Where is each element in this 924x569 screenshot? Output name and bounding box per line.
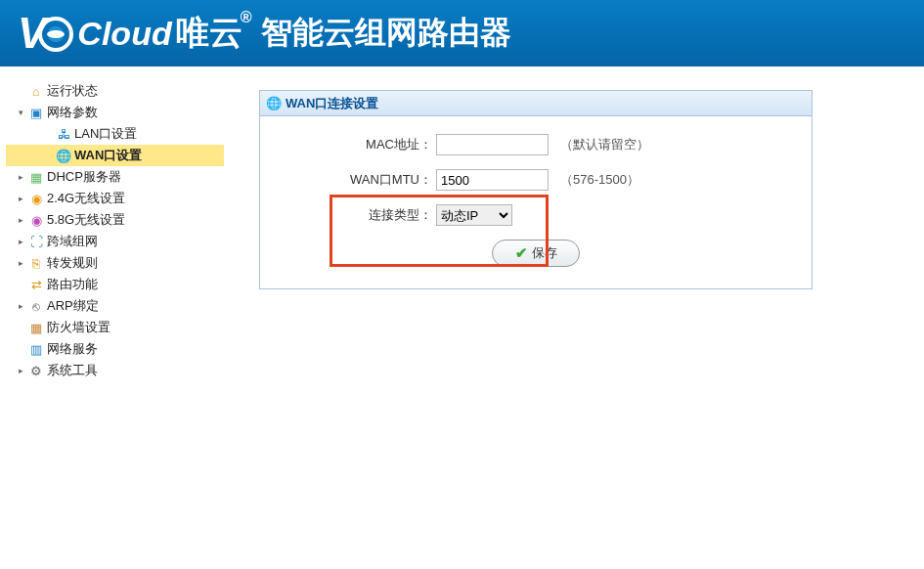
panel-title: WAN口连接设置 <box>286 95 378 112</box>
check-icon: ✔ <box>515 244 528 262</box>
cross-icon: ⛶ <box>28 234 44 249</box>
sidebar-item-label: 5.8G无线设置 <box>47 211 125 229</box>
sidebar-item-label: 运行状态 <box>47 82 98 100</box>
sidebar-item-label: 网络参数 <box>47 104 98 121</box>
sidebar-item-forward[interactable]: ▸⎘转发规则 <box>6 252 224 274</box>
sidebar-item-firewall[interactable]: ▦防火墙设置 <box>6 317 224 338</box>
tree-toggle-icon[interactable]: ▸ <box>16 237 26 247</box>
sidebar: ⌂运行状态▾▣网络参数🖧LAN口设置🌐WAN口设置▸▦DHCP服务器▸◉2.4G… <box>0 66 230 569</box>
tree-toggle-icon <box>16 280 26 290</box>
sidebar-item-label: LAN口设置 <box>74 125 137 143</box>
sidebar-item-wifi58[interactable]: ▸◉5.8G无线设置 <box>6 209 224 231</box>
logo-tagline: 智能云组网路由器 <box>261 12 511 55</box>
sidebar-item-arp[interactable]: ▸⎋ARP绑定 <box>6 295 224 317</box>
tree-toggle-icon[interactable]: ▸ <box>16 215 26 226</box>
mac-hint: （默认请留空） <box>560 136 649 153</box>
mtu-label: WAN口MTU： <box>289 171 436 189</box>
registered-mark: ® <box>241 9 252 26</box>
sidebar-item-wifi24[interactable]: ▸◉2.4G无线设置 <box>6 188 224 209</box>
button-row: ✔ 保存 <box>289 240 782 267</box>
tree-toggle-icon <box>43 129 54 140</box>
logo: V Cloud 唯云 ® 智能云组网路由器 <box>18 9 511 58</box>
sidebar-item-label: 网络服务 <box>47 340 98 358</box>
sidebar-item-status[interactable]: ⌂运行状态 <box>6 80 224 102</box>
sidebar-item-label: 系统工具 <box>47 362 98 379</box>
logo-text-cloud: Cloud <box>77 15 171 53</box>
lan-icon: 🖧 <box>56 126 71 142</box>
logo-globe-icon <box>38 17 73 52</box>
panel-header: 🌐 WAN口连接设置 <box>260 91 812 116</box>
wan-settings-panel: 🌐 WAN口连接设置 MAC地址： （默认请留空） WAN口MTU： （576-… <box>259 90 813 289</box>
sidebar-item-label: 跨域组网 <box>47 233 98 250</box>
sidebar-item-wan[interactable]: 🌐WAN口设置 <box>6 145 224 166</box>
fw-icon: ▦ <box>28 320 44 335</box>
tree-toggle-icon[interactable]: ▸ <box>16 194 26 204</box>
tree-toggle-icon[interactable]: ▸ <box>16 301 26 312</box>
sys-icon: ⚙ <box>28 363 44 378</box>
tree-toggle-icon <box>16 86 26 97</box>
mtu-row: WAN口MTU： （576-1500） <box>289 169 782 191</box>
sidebar-item-lan[interactable]: 🖧LAN口设置 <box>6 123 224 145</box>
save-button-label: 保存 <box>532 244 557 262</box>
wifi2-icon: ◉ <box>28 212 44 228</box>
sidebar-item-crossnet[interactable]: ▸⛶跨域组网 <box>6 231 224 252</box>
mac-row: MAC地址： （默认请留空） <box>289 134 782 155</box>
logo-text-cn: 唯云 <box>176 11 242 56</box>
app-header: V Cloud 唯云 ® 智能云组网路由器 <box>0 0 924 66</box>
conn-type-select[interactable]: 动态IP <box>436 204 512 226</box>
net-icon: ▣ <box>28 105 44 120</box>
mtu-input[interactable] <box>436 169 549 191</box>
sidebar-item-dhcp[interactable]: ▸▦DHCP服务器 <box>6 166 224 188</box>
tree-toggle-icon[interactable]: ▸ <box>16 366 26 376</box>
conn-type-label: 连接类型： <box>289 206 436 224</box>
sidebar-item-label: 防火墙设置 <box>47 319 110 336</box>
tree-toggle-icon[interactable]: ▾ <box>16 108 26 118</box>
tree-toggle-icon <box>16 344 26 355</box>
save-button[interactable]: ✔ 保存 <box>492 240 580 267</box>
sidebar-item-label: 路由功能 <box>47 276 98 293</box>
fwd-icon: ⎘ <box>28 255 44 271</box>
globe-icon: 🌐 <box>266 96 282 111</box>
sidebar-item-netsvc[interactable]: ▥网络服务 <box>6 338 224 360</box>
panel-body: MAC地址： （默认请留空） WAN口MTU： （576-1500） 连接类型：… <box>260 116 812 288</box>
wan-icon: 🌐 <box>56 148 71 163</box>
route-icon: ⇄ <box>28 277 44 292</box>
sidebar-item-label: 2.4G无线设置 <box>47 190 125 207</box>
mtu-hint: （576-1500） <box>560 171 639 189</box>
sidebar-item-systool[interactable]: ▸⚙系统工具 <box>6 360 224 381</box>
tree-toggle-icon[interactable]: ▸ <box>16 172 26 183</box>
tree-toggle-icon <box>16 323 26 333</box>
dhcp-icon: ▦ <box>28 169 44 185</box>
arp-icon: ⎋ <box>28 298 44 314</box>
sidebar-item-label: 转发规则 <box>47 254 98 272</box>
mac-input[interactable] <box>436 134 549 155</box>
tree-toggle-icon <box>43 151 54 161</box>
tree-toggle-icon[interactable]: ▸ <box>16 258 26 269</box>
svc-icon: ▥ <box>28 341 44 357</box>
home-icon: ⌂ <box>28 83 44 99</box>
sidebar-item-label: DHCP服务器 <box>47 168 121 186</box>
mac-label: MAC地址： <box>289 136 436 153</box>
conn-type-row: 连接类型： 动态IP <box>289 204 782 226</box>
wifi1-icon: ◉ <box>28 191 44 206</box>
sidebar-item-routing[interactable]: ⇄路由功能 <box>6 274 224 295</box>
sidebar-item-label: WAN口设置 <box>74 147 142 164</box>
sidebar-item-label: ARP绑定 <box>47 297 99 315</box>
sidebar-item-netparam[interactable]: ▾▣网络参数 <box>6 102 224 123</box>
main-content: 🌐 WAN口连接设置 MAC地址： （默认请留空） WAN口MTU： （576-… <box>230 66 924 569</box>
